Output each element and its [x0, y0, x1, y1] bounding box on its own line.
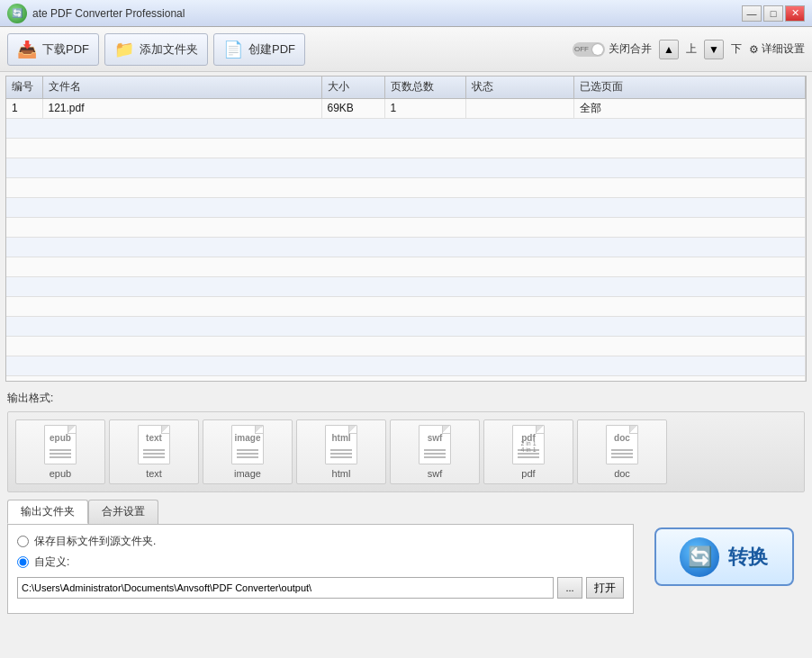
toggle-switch[interactable]: [573, 42, 605, 57]
titlebar: 🔄 ate PDF Converter Professional — □ ✕: [0, 0, 812, 27]
radio-group: 保存目标文件到源文件夹. 自定义:: [17, 534, 624, 570]
add-folder-label: 添加文件夹: [140, 41, 198, 58]
move-down-button[interactable]: ▼: [704, 40, 724, 59]
table-row-empty: [6, 356, 806, 375]
merge-toggle[interactable]: 关闭合并: [573, 41, 652, 57]
settings-tabs: 输出文件夹 合并设置: [7, 500, 634, 524]
logo-icon: 🔄: [12, 8, 23, 18]
format-doc[interactable]: docdoc: [577, 419, 667, 484]
toolbar-right: 关闭合并 ▲ 上 ▼ 下 ⚙ 详细设置: [573, 40, 805, 59]
table-row-empty: [6, 257, 806, 276]
format-swf[interactable]: swfswf: [390, 419, 480, 484]
cell-pages: 1: [384, 98, 465, 118]
table-row-empty: [6, 158, 806, 177]
col-filename: 文件名: [42, 77, 321, 98]
titlebar-left: 🔄 ate PDF Converter Professional: [7, 4, 185, 23]
format-label-epub: epub: [50, 468, 71, 479]
cell-status: [465, 98, 573, 118]
settings-button[interactable]: ⚙ 详细设置: [749, 41, 805, 57]
open-button[interactable]: 打开: [586, 577, 624, 599]
file-table: 编号 文件名 大小 页数总数 状态 已选页面 1 121.pdf 69KB 1 …: [6, 77, 806, 382]
output-format-section: 输出格式: epubepubtexttextimageimagehtmlhtml…: [0, 385, 812, 496]
tab-merge-settings[interactable]: 合并设置: [88, 500, 158, 524]
table-row-empty: [6, 276, 806, 296]
create-pdf-icon: 📄: [223, 40, 243, 59]
down-icon: ▼: [708, 43, 719, 56]
format-epub[interactable]: epubepub: [15, 419, 105, 484]
bottom-section: 输出文件夹 合并设置 保存目标文件到源文件夹. 自定义: ... 打开: [0, 496, 812, 617]
col-size: 大小: [321, 77, 384, 98]
cell-filename: 121.pdf: [42, 98, 321, 118]
format-label-pdf2in1: pdf: [521, 468, 535, 479]
radio-custom-input[interactable]: [17, 556, 29, 568]
radio-source-input[interactable]: [17, 536, 29, 547]
create-pdf-button[interactable]: 📄 创建PDF: [213, 33, 305, 66]
minimize-button[interactable]: —: [742, 5, 762, 22]
output-format-label: 输出格式:: [7, 391, 805, 406]
refresh-icon: 🔄: [688, 545, 712, 569]
add-pdf-button[interactable]: 📥 下载PDF: [7, 33, 99, 66]
col-status: 状态: [465, 77, 573, 98]
col-selected: 已选页面: [573, 77, 806, 98]
convert-icon: 🔄: [680, 537, 719, 577]
up-label: 上: [686, 41, 697, 57]
table-row-empty: [6, 375, 806, 382]
cell-size: 69KB: [321, 98, 384, 118]
convert-label: 转换: [728, 544, 768, 571]
tab-output-folder[interactable]: 输出文件夹: [7, 500, 88, 524]
app-logo: 🔄: [7, 4, 27, 23]
format-image[interactable]: imageimage: [203, 419, 293, 484]
output-settings-panel: 输出文件夹 合并设置 保存目标文件到源文件夹. 自定义: ... 打开: [7, 500, 634, 614]
gear-icon: ⚙: [749, 43, 759, 56]
move-up-button[interactable]: ▲: [659, 40, 679, 59]
path-row: ... 打开: [17, 577, 624, 599]
cell-id: 1: [6, 98, 42, 118]
format-html[interactable]: htmlhtml: [296, 419, 386, 484]
window-controls: — □ ✕: [742, 5, 805, 22]
toolbar: 📥 下载PDF 📁 添加文件夹 📄 创建PDF 关闭合并 ▲ 上 ▼ 下 ⚙ 详…: [0, 27, 812, 72]
table-row-empty: [6, 237, 806, 257]
radio-source-label: 保存目标文件到源文件夹.: [34, 534, 156, 549]
convert-section: 🔄 转换: [643, 500, 805, 614]
add-folder-icon: 📁: [114, 40, 134, 59]
up-icon: ▲: [663, 43, 674, 56]
format-label-swf: swf: [428, 468, 443, 479]
format-label-html: html: [332, 468, 351, 479]
cell-selected: 全部: [573, 98, 806, 118]
tab-content: 保存目标文件到源文件夹. 自定义: ... 打开: [7, 524, 634, 614]
table-header-row: 编号 文件名 大小 页数总数 状态 已选页面: [6, 77, 806, 98]
format-pdf2in1[interactable]: pdf2 in 14 in 1pdf: [483, 419, 573, 484]
table-row-empty: [6, 197, 806, 217]
format-icons-container: epubepubtexttextimageimagehtmlhtmlswfswf…: [7, 411, 805, 492]
format-label-text: text: [146, 468, 162, 479]
settings-label: 详细设置: [762, 41, 805, 57]
table-row-empty: [6, 336, 806, 356]
radio-custom-label: 自定义:: [34, 554, 69, 570]
convert-button[interactable]: 🔄 转换: [654, 527, 794, 586]
create-pdf-label: 创建PDF: [248, 41, 295, 58]
table-row-empty: [6, 177, 806, 197]
maximize-button[interactable]: □: [763, 5, 783, 22]
file-table-container: 编号 文件名 大小 页数总数 状态 已选页面 1 121.pdf 69KB 1 …: [5, 76, 807, 382]
down-label: 下: [731, 41, 742, 57]
table-row-empty: [6, 217, 806, 237]
path-input[interactable]: [17, 577, 554, 599]
add-folder-button[interactable]: 📁 添加文件夹: [104, 33, 208, 66]
col-pages: 页数总数: [384, 77, 465, 98]
add-pdf-icon: 📥: [17, 40, 37, 59]
format-label-image: image: [234, 468, 261, 479]
radio-custom-folder[interactable]: 自定义:: [17, 554, 624, 570]
table-row-empty: [6, 118, 806, 138]
table-row-empty: [6, 316, 806, 336]
format-label-doc: doc: [614, 468, 630, 479]
add-pdf-label: 下载PDF: [42, 41, 89, 58]
radio-source-folder[interactable]: 保存目标文件到源文件夹.: [17, 534, 624, 549]
table-row-empty: [6, 138, 806, 158]
table-row[interactable]: 1 121.pdf 69KB 1 全部: [6, 98, 806, 118]
col-id: 编号: [6, 77, 42, 98]
close-button[interactable]: ✕: [785, 5, 805, 22]
browse-button[interactable]: ...: [557, 577, 582, 599]
format-text[interactable]: texttext: [109, 419, 199, 484]
table-row-empty: [6, 296, 806, 316]
window-title: ate PDF Converter Professional: [32, 7, 185, 20]
